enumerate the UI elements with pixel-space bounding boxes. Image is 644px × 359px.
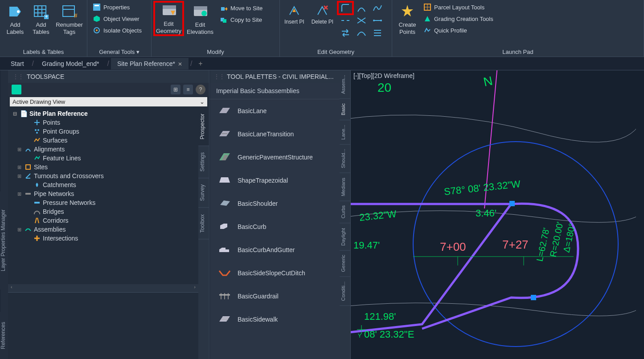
palette-item-basiccurb[interactable]: BasicCurb (210, 215, 340, 238)
quick-profile-button[interactable]: Quick Profile (421, 25, 496, 36)
tree-root[interactable]: ⊟📄Site Plan Reference (8, 109, 198, 118)
tree-item-feature-lines[interactable]: Feature Lines (8, 154, 198, 163)
palette-item-basiclanetransition[interactable]: BasicLaneTransition (210, 122, 340, 146)
tree-item-intersections[interactable]: Intersections (8, 234, 198, 243)
tp-tab-curbs[interactable]: Curbs (340, 201, 350, 223)
add-labels-button[interactable]: Add Labels (3, 2, 28, 35)
tree-item-pipe-networks[interactable]: ⊞Pipe Networks (8, 189, 198, 198)
tp-tab-basic[interactable]: Basic (340, 99, 350, 120)
svg-rect-36 (26, 165, 30, 169)
tree-item-corridors[interactable]: Corridors (8, 216, 198, 225)
tp-tab-medians[interactable]: Medians (340, 173, 350, 201)
tree-scrollbar[interactable]: ‹› (8, 284, 198, 292)
tree-item-alignments[interactable]: ⊞Alignments (8, 145, 198, 154)
reverse-tool-button[interactable] (338, 27, 353, 39)
points-star-icon (399, 4, 415, 20)
curve-tool-button[interactable] (354, 2, 369, 14)
close-icon[interactable]: ✕ (178, 61, 182, 67)
tab-settings[interactable]: Settings (198, 146, 209, 178)
svg-text:3.46': 3.46' (476, 208, 496, 219)
drawing-canvas[interactable]: [-][Top][2D Wireframe] 20 N S78° 08' 23.… (351, 70, 644, 359)
layer-properties-rail[interactable]: Layer Properties Manager (0, 192, 8, 290)
palette-item-sideslope[interactable]: BasicSideSlopeCutDitch (210, 261, 340, 285)
break-tool-button[interactable] (338, 14, 353, 27)
fillet-tool-button[interactable] (338, 2, 353, 14)
tree-item-points[interactable]: Points (8, 118, 198, 127)
panel-title-general[interactable]: General Tools ▾ (87, 47, 151, 57)
tp-tab-shoulders[interactable]: Should... (340, 144, 350, 173)
svg-point-33 (35, 129, 37, 131)
tp-tab-generic[interactable]: Generic (340, 250, 350, 277)
svg-marker-29 (402, 5, 413, 16)
isolate-objects-button[interactable]: Isolate Objects (90, 25, 144, 36)
parcel-layout-label: Parcel Layout Tools (434, 4, 484, 11)
edit-elevations-button[interactable]: Edit Elevations (184, 2, 216, 35)
tree-item-turnouts[interactable]: ⊞Turnouts and Crossovers (8, 171, 198, 180)
properties-button[interactable]: Properties (90, 2, 144, 12)
toolspace-tool2-button[interactable]: ≡ (183, 85, 193, 94)
toolspace-help-button[interactable]: ? (196, 85, 205, 94)
tp-tab-daylight[interactable]: Daylight (340, 224, 350, 251)
tab-start[interactable]: Start (4, 58, 30, 69)
toolspace-tree[interactable]: ⊟📄Site Plan Reference Points Point Group… (8, 107, 198, 284)
references-rail[interactable]: References (0, 312, 8, 359)
tab-prospector[interactable]: Prospector (198, 107, 209, 146)
svg-rect-25 (223, 19, 226, 23)
tree-item-catchments[interactable]: Catchments (8, 180, 198, 189)
delete-pi-button[interactable]: Delete PI (309, 2, 336, 39)
tp-tab-lanes[interactable]: Lane... (340, 120, 350, 145)
tree-item-surfaces[interactable]: Surfaces (8, 136, 198, 145)
tree-item-point-groups[interactable]: Point Groups (8, 127, 198, 136)
create-points-button[interactable]: Create Points (395, 2, 420, 35)
tp-tab-assemblies[interactable]: Assem... (340, 70, 350, 99)
pressure-icon (33, 199, 41, 206)
tab-toolbox[interactable]: Toolbox (198, 208, 209, 239)
grading-creation-button[interactable]: Grading Creation Tools (421, 13, 496, 24)
palette-item-basicshoulder[interactable]: BasicShoulder (210, 192, 340, 215)
trim-icon (356, 15, 367, 26)
toolspace-home-icon[interactable] (12, 85, 21, 94)
toolspace-tool1-button[interactable]: ⊞ (171, 85, 180, 94)
tree-item-sites[interactable]: ⊞Sites (8, 163, 198, 171)
object-viewer-button[interactable]: Object Viewer (90, 13, 144, 24)
active-drawing-view-dropdown[interactable]: Active Drawing View⌄ (10, 97, 207, 106)
reverse-icon (340, 28, 351, 38)
isolate-objects-label: Isolate Objects (103, 27, 142, 34)
palette-item-sidewalk[interactable]: BasicSidewalk (210, 308, 340, 331)
parcel-layout-button[interactable]: Parcel Layout Tools (421, 2, 496, 12)
tool-palettes-titlebar[interactable]: ⋮⋮TOOL PALETTES - CIVIL IMPERIAL... (210, 70, 340, 83)
edit-geometry-button[interactable]: Edit Geometry (154, 2, 183, 35)
tp-tab-conditional[interactable]: Conditi... (340, 277, 350, 306)
panel-title-labels: Labels & Tables (0, 47, 87, 57)
palette-item-shapetrapezoidal[interactable]: ShapeTrapezoidal (210, 169, 340, 192)
move-to-site-button[interactable]: Move to Site (217, 3, 265, 13)
copy-to-site-button[interactable]: Copy to Site (217, 14, 265, 25)
palette-item-basiclane[interactable]: BasicLane (210, 99, 340, 122)
tree-item-bridges[interactable]: Bridges (8, 207, 198, 216)
toolspace-titlebar[interactable]: ⋮⋮TOOLSPACE (8, 70, 209, 83)
add-tab-button[interactable]: + (194, 60, 207, 68)
offset-icon (372, 28, 383, 38)
tree-item-assemblies[interactable]: ⊞Assemblies (8, 225, 198, 234)
join-tool-button[interactable] (370, 14, 385, 27)
stepped-offset-button[interactable] (370, 27, 385, 39)
svg-rect-13 (94, 5, 99, 6)
palette-item-guardrail[interactable]: BasicGuardrail (210, 285, 340, 308)
tab-site-plan-reference[interactable]: Site Plan Reference*✕ (111, 58, 189, 69)
insert-pi-button[interactable]: Insert PI (282, 2, 307, 39)
add-tables-button[interactable]: + Add Tables (29, 2, 53, 35)
trim-tool-button[interactable] (354, 14, 369, 27)
delete-pi-label: Delete PI (312, 19, 333, 25)
smooth-tool-button[interactable] (354, 27, 369, 39)
renumber-tags-button[interactable]: # Renumber Tags (54, 2, 84, 35)
palette-item-genericpavement[interactable]: GenericPavementStructure (210, 146, 340, 169)
spline-tool-button[interactable] (370, 2, 385, 14)
tab-grading-model[interactable]: Grading Model_end* (36, 58, 105, 69)
copy-to-site-label: Copy to Site (230, 16, 262, 23)
tree-item-pressure-networks[interactable]: Pressure Networks (8, 198, 198, 207)
tab-survey[interactable]: Survey (198, 178, 209, 208)
palette-item-basiccurbgutter[interactable]: BasicCurbAndGutter (210, 238, 340, 261)
ditch-icon (218, 268, 231, 278)
svg-text:#: # (74, 12, 77, 19)
turnout-icon (24, 172, 32, 180)
